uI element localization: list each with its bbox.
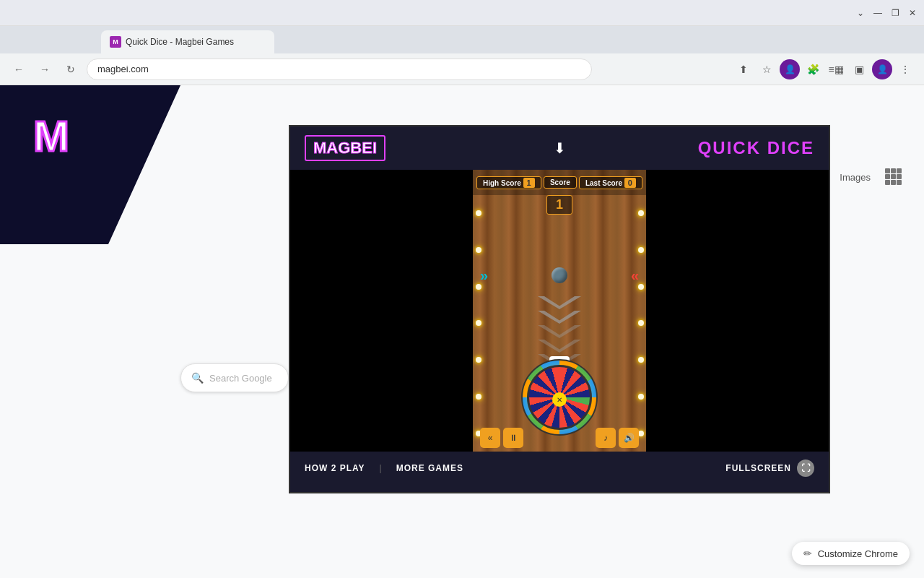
url-text: magbei.com: [97, 64, 149, 74]
edge-lights-left: [473, 195, 484, 452]
light-dot: [476, 320, 481, 326]
toolbar-icons: ⬆ ☆ 👤 🧩 ≡▦ ▣ 👤 ⋮: [733, 59, 915, 79]
chevron-1: [538, 296, 581, 309]
chevron-4: [538, 340, 581, 353]
chevron-down-icon[interactable]: ⌄: [855, 7, 866, 19]
chevron-3: [538, 325, 581, 338]
menu-icon[interactable]: ⋮: [895, 59, 915, 79]
footer-separator: |: [380, 463, 382, 473]
chrome-tabbar: M Quick Dice - Magbei Games: [0, 26, 924, 53]
right-controls: ♪ 🔊: [596, 428, 639, 448]
browser-content: M Gmail Images 🔍 Search Google MAGBEI ⬇ …: [0, 85, 924, 578]
search-placeholder-text: Search Google: [209, 373, 272, 384]
light-dot: [638, 247, 644, 253]
customize-chrome-label: Customize Chrome: [818, 548, 898, 559]
sound-button[interactable]: 🔊: [619, 428, 639, 448]
refresh-button[interactable]: ↻: [61, 59, 81, 79]
magbei-logo: M: [11, 96, 90, 176]
fullscreen-label: FULLSCREEN: [725, 463, 791, 473]
high-score-box: High Score 1: [476, 176, 541, 189]
left-controls: « ⏸: [480, 428, 523, 448]
more-games-link[interactable]: MORE GAMES: [396, 463, 463, 473]
light-dot: [476, 394, 481, 400]
light-dot: [638, 394, 644, 400]
fullscreen-button[interactable]: FULLSCREEN ⛶: [725, 460, 814, 477]
music-button[interactable]: ♪: [596, 428, 616, 448]
last-score-box: Last Score 0: [579, 176, 642, 189]
window-controls: ⌄ — ❐ ✕: [855, 7, 918, 19]
game-footer: HOW 2 PLAY | MORE GAMES FULLSCREEN ⛶: [290, 452, 829, 484]
chrome-titlebar: ⌄ — ❐ ✕: [0, 0, 924, 26]
customize-pencil-icon: ✏: [803, 548, 812, 559]
google-apps-button[interactable]: [885, 168, 902, 186]
game-title: QUICK DICE: [698, 138, 814, 158]
download-icon[interactable]: ⬇: [554, 139, 566, 157]
forward-button[interactable]: →: [35, 59, 55, 79]
score-area: High Score 1 Score Last Score 0: [473, 170, 646, 195]
active-tab[interactable]: M Quick Dice - Magbei Games: [101, 30, 274, 53]
profile-circle-icon[interactable]: 👤: [780, 59, 800, 79]
how-to-play-link[interactable]: HOW 2 PLAY: [305, 463, 365, 473]
tab-search-icon[interactable]: ≡▦: [826, 59, 846, 79]
footer-links: HOW 2 PLAY | MORE GAMES: [305, 463, 463, 473]
customize-chrome-button[interactable]: ✏ Customize Chrome: [792, 542, 910, 565]
game-canvas: High Score 1 Score Last Score 0 1: [473, 170, 646, 452]
back-button[interactable]: ←: [9, 59, 29, 79]
fullscreen-icon: ⛶: [797, 460, 814, 477]
rewind-button[interactable]: «: [480, 428, 500, 448]
game-play-area: High Score 1 Score Last Score 0 1: [290, 170, 829, 452]
last-score-value: 0: [624, 178, 636, 188]
roulette-center: ✕: [552, 392, 567, 407]
light-dot: [476, 284, 481, 290]
left-arrows: »: [480, 267, 488, 284]
last-score-label: Last Score: [585, 179, 622, 187]
high-score-value: 1: [523, 178, 535, 188]
search-icon: 🔍: [191, 372, 204, 384]
images-link[interactable]: Images: [840, 172, 871, 183]
game-header: MAGBEI ⬇ QUICK DICE: [290, 126, 829, 170]
account-avatar: 👤: [872, 59, 892, 79]
address-bar[interactable]: magbei.com: [87, 59, 592, 80]
minimize-button[interactable]: —: [872, 7, 884, 19]
game-ball: [552, 267, 567, 283]
pause-button[interactable]: ⏸: [503, 428, 523, 448]
score-label: Score: [550, 178, 570, 186]
profile-avatar: 👤: [780, 59, 800, 79]
score-box: Score: [544, 176, 577, 189]
high-score-label: High Score: [483, 179, 521, 187]
center-score-display: 1: [546, 195, 572, 215]
light-dot: [638, 320, 644, 326]
light-dot: [476, 247, 481, 253]
user-icon[interactable]: 👤: [872, 59, 892, 79]
logo-m-letter: M: [33, 111, 68, 161]
sidebar-icon[interactable]: ▣: [849, 59, 869, 79]
search-bar[interactable]: 🔍 Search Google: [180, 363, 289, 392]
light-dot: [476, 357, 481, 363]
share-icon[interactable]: ⬆: [733, 59, 754, 79]
tab-title: Quick Dice - Magbei Games: [126, 37, 234, 47]
restore-button[interactable]: ❐: [889, 7, 901, 19]
game-container: MAGBEI ⬇ QUICK DICE High Score 1 Score: [289, 125, 830, 493]
extensions-icon[interactable]: 🧩: [803, 59, 823, 79]
right-arrows: «: [631, 267, 639, 284]
light-dot: [476, 210, 481, 216]
light-dot: [638, 284, 644, 290]
game-controls: « ⏸ ♪ 🔊: [473, 428, 646, 448]
bookmark-icon[interactable]: ☆: [757, 59, 777, 79]
tab-favicon: M: [110, 36, 121, 48]
close-button[interactable]: ✕: [907, 7, 918, 19]
chrome-addressbar: ← → ↻ magbei.com ⬆ ☆ 👤 🧩 ≡▦ ▣ 👤 ⋮: [0, 53, 924, 85]
game-logo: MAGBEI: [305, 135, 385, 161]
chevron-2: [538, 311, 581, 324]
light-dot: [638, 357, 644, 363]
edge-lights-right: [635, 195, 646, 452]
light-dot: [638, 210, 644, 216]
